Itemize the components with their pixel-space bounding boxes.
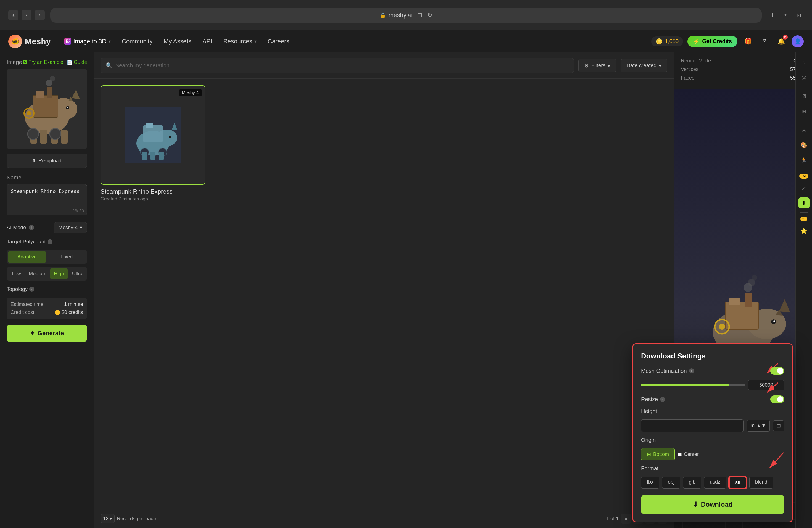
format-usdz-btn[interactable]: usdz — [704, 476, 726, 488]
adaptive-tab[interactable]: Adaptive — [8, 251, 46, 263]
nav-image-to-3d[interactable]: 🖼 Image to 3D ▾ — [59, 35, 116, 47]
uploaded-image — [6, 69, 87, 149]
center-origin-option[interactable]: Center — [678, 452, 699, 457]
address-bar[interactable]: 🔒 meshy.ai ⊡ ↻ — [50, 8, 762, 23]
ai-model-select[interactable]: Meshy-4 ▾ — [54, 222, 87, 233]
format-row: fbx obj glb usdz stl blend — [641, 476, 784, 488]
paint-icon[interactable]: 🎨 — [798, 140, 810, 151]
svg-point-6 — [68, 107, 69, 108]
download-btn[interactable]: ⬇ Download — [641, 495, 784, 514]
nav-careers[interactable]: Careers — [262, 35, 295, 47]
format-blend-btn[interactable]: blend — [749, 476, 773, 488]
notification-btn[interactable]: 🔔 11 — [775, 35, 787, 47]
height-input[interactable]: 10.00 — [641, 420, 743, 432]
resize-link-btn[interactable]: ⊡ — [773, 420, 784, 431]
mesh-opt-toggle[interactable] — [770, 367, 784, 375]
arrow-annotation-2 — [762, 380, 784, 397]
search-bar-row: 🔍 Search my generation ⚙ Filters ▾ Date … — [94, 53, 674, 79]
resize-toggle[interactable] — [770, 395, 784, 403]
gift-btn[interactable]: 🎁 — [742, 35, 754, 47]
render-mode-label: Render Mode — [681, 58, 711, 64]
sun-icon[interactable]: ☀ — [798, 125, 810, 136]
gallery-item[interactable]: Meshy-4 — [101, 85, 205, 202]
main-content: Image 🖼 Try an Example 📄 Guide — [0, 53, 812, 528]
first-page-btn[interactable]: « — [621, 514, 631, 524]
image-actions: 🖼 Try an Example 📄 Guide — [23, 59, 87, 65]
try-example-btn[interactable]: 🖼 Try an Example — [23, 59, 63, 65]
name-input-container[interactable]: Steampunk Rhino Express 23/ 50 — [6, 184, 87, 216]
monitor-icon[interactable]: 🖥 — [798, 91, 810, 102]
format-glb-btn[interactable]: glb — [683, 476, 701, 488]
ultra-level-btn[interactable]: Ultra — [69, 268, 86, 279]
browser-chrome: ⊞ ‹ › 🔒 meshy.ai ⊡ ↻ ⬆ + ⊡ — [0, 0, 812, 30]
per-page-section: 12 ▾ Records per page — [101, 514, 156, 523]
per-page-select[interactable]: 12 ▾ — [101, 514, 115, 523]
gallery-item-date: Created 7 minutes ago — [101, 196, 205, 202]
search-input[interactable]: 🔍 Search my generation — [101, 58, 574, 73]
low-level-btn[interactable]: Low — [8, 268, 25, 279]
reader-icon: ⊡ — [417, 12, 422, 19]
bottom-icon: ⊞ — [647, 451, 651, 457]
nav-image-to-3d-label: Image to 3D — [73, 38, 106, 45]
medium-level-btn[interactable]: Medium — [26, 268, 49, 279]
format-fbx-btn[interactable]: fbx — [641, 476, 659, 488]
high-level-btn[interactable]: High — [50, 268, 68, 279]
run-icon[interactable]: 🏃 — [798, 155, 810, 166]
re-upload-btn[interactable]: ⬆ Re-upload — [6, 153, 87, 168]
credits-toolbar-badge: +50 — [799, 174, 808, 179]
resize-info-icon[interactable]: i — [660, 397, 665, 402]
generate-btn[interactable]: ✦ Generate — [6, 325, 87, 342]
share-btn[interactable]: ⬆ — [767, 10, 777, 20]
gallery-thumbnail[interactable]: Meshy-4 — [101, 85, 205, 185]
nav-api[interactable]: API — [197, 35, 218, 47]
logo-text: Meshy — [25, 37, 50, 46]
browser-forward-btn[interactable]: › — [35, 10, 45, 20]
records-per-page-label: Records per page — [117, 516, 156, 522]
nav-community[interactable]: Community — [116, 35, 158, 47]
svg-line-57 — [770, 453, 784, 468]
lock-icon: 🔒 — [380, 12, 386, 18]
image-upload-area[interactable] — [6, 69, 87, 149]
share-toolbar-icon[interactable]: ↗ — [798, 182, 810, 194]
faces-row: Faces 55,670 — [681, 75, 806, 81]
guide-btn[interactable]: 📄 Guide — [67, 59, 87, 65]
wireframe-icon[interactable]: ◎ — [798, 72, 810, 83]
arrow-annotation-3 — [762, 450, 789, 472]
fixed-tab[interactable]: Fixed — [47, 251, 86, 263]
mesh-opt-slider-track[interactable] — [641, 384, 745, 386]
nav-my-assets[interactable]: My Assets — [158, 35, 197, 47]
grid-icon[interactable]: ⊞ — [798, 106, 810, 117]
name-input[interactable]: Steampunk Rhino Express — [11, 188, 83, 210]
generate-star-icon: ✦ — [30, 330, 35, 337]
logo[interactable]: 🐠 Meshy — [8, 34, 50, 48]
sidebar-toggle-btn[interactable]: ⊞ — [8, 10, 18, 20]
bottom-origin-btn[interactable]: ⊞ Bottom — [641, 448, 675, 460]
unit-select[interactable]: m ▲▼ — [747, 420, 770, 431]
estimated-info: Estimated time: 1 minute Credit cost: 20… — [6, 298, 87, 319]
nav-resources[interactable]: Resources ▾ — [218, 35, 262, 47]
format-stl-btn[interactable]: stl — [729, 476, 746, 488]
filters-btn[interactable]: ⚙ Filters ▾ — [578, 59, 616, 72]
get-credits-btn[interactable]: ⚡ Get Credits — [687, 36, 737, 47]
date-created-btn[interactable]: Date created ▾ — [621, 59, 667, 72]
resize-row: Resize i — [641, 395, 784, 403]
new-tab-btn[interactable]: + — [781, 10, 791, 20]
svg-rect-38 — [725, 302, 758, 329]
star-toolbar-icon[interactable]: ⭐ — [798, 225, 810, 236]
tabs-btn[interactable]: ⊡ — [794, 10, 804, 20]
browser-back-btn[interactable]: ‹ — [21, 10, 31, 20]
ai-model-info-icon[interactable]: i — [29, 225, 34, 230]
download-toolbar-btn[interactable]: ⬇ — [798, 197, 810, 208]
help-btn[interactable]: ? — [758, 35, 771, 47]
image-to-3d-icon: 🖼 — [64, 38, 71, 45]
name-label-row: Name — [6, 175, 87, 181]
center-checkbox[interactable] — [678, 453, 682, 456]
height-label-row: Height — [641, 408, 784, 414]
mesh-opt-info-icon[interactable]: i — [689, 368, 694, 373]
polycount-info-icon[interactable]: i — [47, 239, 53, 244]
refresh-icon[interactable]: ↻ — [427, 12, 432, 19]
scene-view-icon[interactable]: ○ — [798, 57, 810, 68]
topology-info-icon[interactable]: i — [29, 287, 34, 292]
user-avatar[interactable]: 👤 — [792, 35, 804, 47]
format-obj-btn[interactable]: obj — [662, 476, 680, 488]
